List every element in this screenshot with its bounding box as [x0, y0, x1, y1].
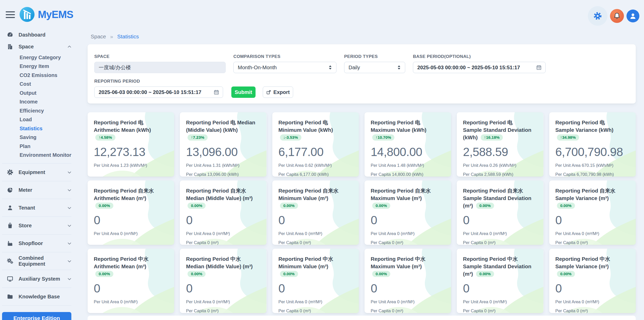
settings-button[interactable] [588, 6, 607, 26]
enterprise-edition-button[interactable]: Enterprise Edition [2, 312, 71, 320]
submenu-item-label: Plan [20, 143, 30, 149]
sidebar-item-label: Dashboard [19, 32, 45, 38]
stat-card: Reporting Period 电 Arithmetic Mean (kWh)… [88, 112, 174, 177]
comparison-types-label: COMPARISON TYPES [233, 54, 336, 59]
stat-card: Reporting Period 自来水 Minimum Value (m³) … [272, 180, 359, 245]
per-capita-text: Per Capita 14,800.00 (kWh) [371, 172, 445, 177]
sidebar-item-combined-equipment[interactable]: Combined Equipment [0, 255, 77, 267]
submit-button[interactable]: Submit [231, 87, 256, 98]
per-capita-text: Per Capita 0 (m³) [186, 240, 260, 245]
notifications-button[interactable] [610, 9, 624, 23]
stat-card-title-text: Reporting Period 电 Median (Middle Value)… [186, 119, 255, 133]
per-capita-text: Per Capita 0 (m³) [463, 308, 537, 313]
stat-card-value: 2,588.59 [463, 145, 537, 159]
per-capita-text: Per Capita 0 (m³) [463, 240, 537, 245]
space-submenu-item[interactable]: Energy Item [0, 62, 77, 71]
base-period-value: 2025-05-03 00:00:00 ~ 2025-05-10 15:51:1… [417, 65, 520, 71]
period-types-value: Daily [349, 65, 360, 71]
stat-card: Reporting Period 电 Median (Middle Value)… [180, 112, 266, 177]
stat-card: Reporting Period 中水 Sample Standard Devi… [457, 249, 543, 313]
stat-card: Reporting Period 电 Sample Variance (kWh)… [549, 112, 636, 177]
brand[interactable]: MyEMS [20, 7, 73, 22]
per-capita-text: Per Capita 2,588.59 (kWh) [463, 172, 537, 177]
stat-card-value: 0 [371, 281, 445, 295]
stat-card: Reporting Period 电 Maximum Value (kWh) ↑… [365, 112, 451, 177]
brand-name: MyEMS [38, 9, 73, 20]
change-badge: 0.00% [280, 203, 298, 209]
per-capita-text: Per Capita 0 (m³) [371, 308, 445, 313]
sidebar-item-shopfloor[interactable]: Shopfloor [0, 237, 77, 249]
export-button[interactable]: Export [263, 87, 293, 98]
stat-card-title-text: Reporting Period 自来水 Sample Standard Dev… [463, 188, 531, 209]
stat-card-body: Reporting Period 自来水 Arithmetic Mean (m³… [88, 180, 174, 243]
stat-card-value: 0 [186, 281, 260, 295]
sidebar-item-equipment[interactable]: Equipment [0, 166, 77, 178]
space-submenu-item[interactable]: Energy Category [0, 53, 77, 62]
reporting-period-label: REPORTING PERIOD [94, 79, 223, 84]
per-capita-text: Per Capita 0 (m³) [555, 240, 630, 245]
per-unit-area-text: Per Unit Area 1.48 (kWh/M²) [371, 163, 445, 168]
stat-card-title-text: Reporting Period 中水 Arithmetic Mean (m³) [94, 256, 149, 269]
space-submenu-item[interactable]: Environment Monitor [0, 151, 77, 160]
submenu-item-label: Saving [20, 134, 37, 140]
export-button-label: Export [273, 89, 290, 95]
stat-card-value: 6,177.00 [278, 145, 353, 159]
space-submenu-item[interactable]: Efficiency [0, 106, 77, 115]
space-submenu-item[interactable]: Saving [0, 133, 77, 142]
change-badge: 0.00% [372, 271, 390, 277]
stat-card: Reporting Period 自来水 Sample Variance (m³… [549, 180, 636, 245]
sidebar-item-space[interactable]: Space [0, 41, 77, 53]
chevron-down-icon [67, 259, 72, 263]
period-types-select[interactable]: Daily [344, 62, 405, 73]
change-badge: 0.00% [280, 271, 298, 277]
stat-card-title: Reporting Period 电 Arithmetic Mean (kWh)… [94, 119, 164, 141]
stat-card-value: 0 [463, 281, 537, 295]
myems-logo-icon [20, 7, 35, 22]
sidebar-item-auxiliary-system[interactable]: Auxiliary System [0, 273, 77, 285]
breadcrumb-parent-link[interactable]: Space [91, 33, 106, 39]
stat-card-title: Reporting Period 自来水 Arithmetic Mean (m³… [94, 187, 164, 209]
stat-card-title-text: Reporting Period 自来水 Arithmetic Mean (m³… [94, 188, 154, 201]
comparison-types-select[interactable]: Month-On-Month [233, 62, 336, 73]
filter-panel: SPACE COMPARISON TYPES Month-On-Month PE… [88, 44, 636, 103]
space-input[interactable] [94, 62, 226, 73]
stat-card-value: 0 [555, 281, 630, 295]
hamburger-menu-button[interactable] [6, 11, 15, 18]
space-submenu-item[interactable]: Income [0, 98, 77, 107]
user-menu-button[interactable] [626, 10, 639, 22]
stat-card-title-text: Reporting Period 中水 Minimum Value (m³) [278, 256, 333, 269]
stat-card-title: Reporting Period 自来水 Sample Variance (m³… [555, 187, 625, 209]
stat-card-value: 0 [278, 281, 353, 295]
breadcrumb: Space » Statistics [91, 33, 139, 40]
space-submenu-item[interactable]: Statistics [0, 124, 77, 133]
sidebar-item-meter[interactable]: Meter [0, 184, 77, 196]
change-badge: 0.00% [95, 271, 113, 277]
stat-card-title: Reporting Period 中水 Maximum Value (m³) 0… [371, 255, 440, 278]
divider [2, 270, 71, 270]
stat-card-body: Reporting Period 中水 Sample Variance (m³)… [549, 249, 636, 313]
change-badge: 0.00% [557, 271, 575, 277]
space-submenu-item[interactable]: Cost [0, 80, 77, 89]
stat-card-title: Reporting Period 自来水 Sample Standard Dev… [463, 187, 533, 209]
change-badge: 0.00% [557, 203, 575, 209]
factory-icon [7, 240, 13, 247]
divider [2, 288, 71, 288]
sidebar-item-dashboard[interactable]: Dashboard [0, 29, 77, 41]
change-badge: ↑16.18% [481, 134, 503, 141]
stat-card-value: 0 [371, 213, 445, 227]
person-icon [7, 204, 13, 211]
space-submenu-item[interactable]: Plan [0, 142, 77, 151]
stat-card-body: Reporting Period 自来水 Sample Variance (m³… [549, 180, 636, 245]
reporting-period-input[interactable]: 2025-06-03 00:00:00 ~ 2025-06-10 15:51:1… [94, 87, 223, 98]
sidebar-item-knowledge-base[interactable]: Knowledge Base [0, 291, 77, 302]
per-unit-area-text: Per Unit Area 0 (m³/M²) [94, 231, 168, 236]
base-period-input[interactable]: 2025-05-03 00:00:00 ~ 2025-05-10 15:51:1… [413, 62, 546, 73]
space-submenu-item[interactable]: Output [0, 89, 77, 98]
space-submenu-item[interactable]: Load [0, 115, 77, 124]
stat-card-title: Reporting Period 自来水 Minimum Value (m³) … [278, 187, 348, 209]
space-submenu-item[interactable]: CO2 Emissions [0, 71, 77, 80]
stat-card-title: Reporting Period 自来水 Median (Middle Valu… [186, 187, 256, 209]
submenu-item-label: Statistics [20, 126, 43, 132]
sidebar-item-tenant[interactable]: Tenant [0, 202, 77, 214]
sidebar-item-store[interactable]: Store [0, 220, 77, 231]
